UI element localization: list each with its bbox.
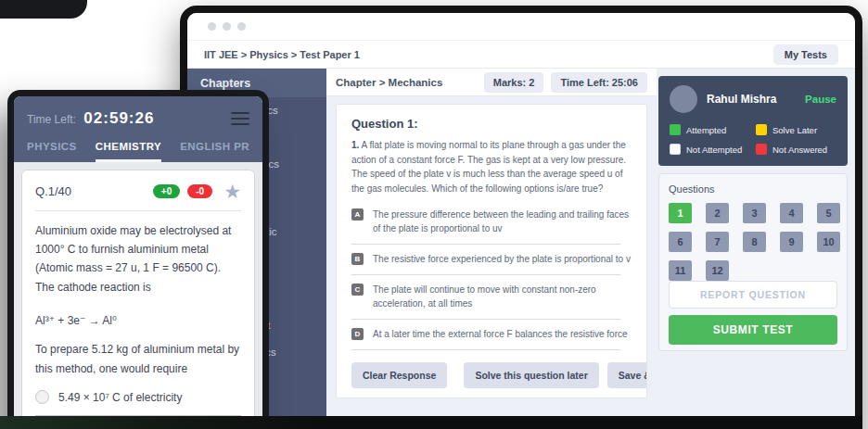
legend-label: Attempted bbox=[686, 125, 726, 135]
phone-shadow-strip bbox=[0, 416, 862, 429]
window-control-dot[interactable] bbox=[237, 22, 246, 31]
answer-option-a[interactable]: AThe pressure difference between the lea… bbox=[351, 203, 632, 235]
question-actions: Clear Response Solve this question later… bbox=[351, 353, 632, 388]
question-paragraph: Al³⁺ + 3e⁻ → Al⁰ bbox=[35, 311, 241, 330]
option-separator bbox=[351, 244, 620, 245]
legend-label: Solve Later bbox=[772, 125, 817, 135]
window-titlebar bbox=[187, 13, 855, 41]
time-left-label: Time Left: bbox=[27, 113, 76, 126]
tab-physics[interactable]: PHYSICS bbox=[27, 141, 77, 162]
phone-header: Time Left: 02:59:26 PHYSICSCHEMISTRYENGL… bbox=[14, 96, 262, 162]
option-letter: B bbox=[351, 253, 364, 265]
question-number-9[interactable]: 9 bbox=[780, 232, 803, 252]
legend-label: Not Attempted bbox=[686, 145, 742, 155]
question-column: Chapter > Mechanics Marks: 2 Time Left: … bbox=[326, 69, 657, 429]
legend-not-attempted: Not Attempted bbox=[670, 144, 750, 155]
answer-option-b[interactable]: BThe resistive force experienced by the … bbox=[351, 247, 632, 266]
question-number-12[interactable]: 12 bbox=[706, 260, 729, 281]
option-letter: A bbox=[351, 208, 364, 221]
option-separator bbox=[351, 274, 620, 275]
tab-chemistry[interactable]: CHEMISTRY bbox=[96, 141, 161, 162]
phone-answer-option-1[interactable]: 5.49 × 10⁷ C of electricity bbox=[35, 390, 241, 404]
test-content: Chapters General PhysicsMechanicsThermal… bbox=[187, 69, 855, 429]
question-number-8[interactable]: 8 bbox=[743, 232, 766, 252]
browser-window: IIT JEE > Physics > Test Paper 1 My Test… bbox=[180, 6, 862, 429]
submit-test-button[interactable]: SUBMIT TEST bbox=[669, 315, 837, 345]
question-body: A flat plate is moving normal to its pla… bbox=[351, 140, 626, 194]
pause-button[interactable]: Pause bbox=[805, 94, 836, 105]
hamburger-menu-icon[interactable] bbox=[231, 108, 249, 129]
breadcrumb[interactable]: IIT JEE > Physics > Test Paper 1 bbox=[204, 49, 360, 60]
legend-solve-later: Solve Later bbox=[756, 124, 836, 135]
time-left: Time Left: 02:59:26 bbox=[27, 109, 154, 128]
status-column: Rahul Mishra Pause AttemptedSolve LaterN… bbox=[657, 69, 855, 429]
option-text: The pressure difference between the lead… bbox=[373, 208, 632, 235]
question-number-1[interactable]: 1 bbox=[669, 203, 692, 223]
top-navbar: IIT JEE > Physics > Test Paper 1 My Test… bbox=[187, 41, 855, 69]
question-header-row: Q.1/40 +0 -0 ★ bbox=[35, 182, 241, 211]
negative-marks-badge: -0 bbox=[187, 184, 212, 198]
question-number-2[interactable]: 2 bbox=[706, 203, 729, 223]
option-text: 5.49 × 10⁷ C of electricity bbox=[58, 391, 182, 404]
question-number-5[interactable]: 5 bbox=[817, 203, 840, 223]
status-legend: AttemptedSolve LaterNot AttemptedNot Ans… bbox=[670, 124, 836, 155]
question-number-11[interactable]: 11 bbox=[669, 260, 692, 281]
marketing-composite: IIT JEE > Physics > Test Paper 1 My Test… bbox=[0, 0, 868, 429]
window-control-dot[interactable] bbox=[208, 22, 216, 31]
not-attempted-color-swatch bbox=[670, 144, 681, 155]
option-text: At a later time the external force F bal… bbox=[373, 327, 628, 341]
question-paragraph: Aluminium oxide may be electrolysed at 1… bbox=[35, 221, 241, 297]
legend-attempted: Attempted bbox=[670, 124, 750, 135]
question-number-6[interactable]: 6 bbox=[669, 232, 692, 252]
question-panel: Question 1: 1. A flat plate is moving no… bbox=[336, 104, 647, 398]
option-letter: D bbox=[351, 328, 364, 340]
option-text: The plate will continue to move with con… bbox=[373, 283, 632, 310]
clear-response-button[interactable]: Clear Response bbox=[351, 362, 447, 388]
question-topbar: Chapter > Mechanics Marks: 2 Time Left: … bbox=[326, 69, 657, 96]
save-next-button[interactable]: Save & Next bbox=[607, 362, 647, 388]
subject-tabs: PHYSICSCHEMISTRYENGLISH PROFICIENCY bbox=[27, 141, 249, 162]
report-question-button[interactable]: REPORT QUESTION bbox=[669, 281, 837, 309]
answer-options: AThe pressure difference between the lea… bbox=[351, 203, 632, 353]
question-text: 1. A flat plate is moving normal to its … bbox=[351, 138, 632, 196]
solve-later-button[interactable]: Solve this question later bbox=[464, 362, 598, 388]
question-card: Q.1/40 +0 -0 ★ Aluminium oxide may be el… bbox=[21, 170, 255, 429]
question-counter: Q.1/40 bbox=[35, 184, 146, 198]
option-letter: C bbox=[351, 284, 364, 296]
phone-question-text: Aluminium oxide may be electrolysed at 1… bbox=[35, 221, 241, 379]
option-text: The resistive force experienced by the p… bbox=[373, 252, 631, 266]
phone-time-row: Time Left: 02:59:26 bbox=[27, 108, 249, 129]
solve-later-color-swatch bbox=[756, 124, 767, 135]
phone-body: Q.1/40 +0 -0 ★ Aluminium oxide may be el… bbox=[14, 162, 262, 429]
question-number-4[interactable]: 4 bbox=[780, 203, 803, 223]
legend-not-answered: Not Answered bbox=[756, 144, 836, 155]
attempted-color-swatch bbox=[670, 124, 681, 135]
radio-button[interactable] bbox=[35, 390, 49, 404]
my-tests-button[interactable]: My Tests bbox=[773, 44, 838, 65]
avatar bbox=[670, 85, 697, 113]
chapter-breadcrumb: Chapter > Mechanics bbox=[336, 77, 477, 88]
question-title: Question 1: bbox=[351, 117, 632, 131]
positive-marks-badge: +0 bbox=[153, 184, 180, 198]
window-control-dot[interactable] bbox=[223, 22, 231, 31]
marks-chip: Marks: 2 bbox=[484, 72, 544, 93]
bookmark-star-icon[interactable]: ★ bbox=[223, 182, 241, 201]
background-window-corner bbox=[0, 0, 87, 19]
legend-label: Not Answered bbox=[772, 145, 827, 155]
question-paragraph: To prepare 5.12 kg of aluminium metal by… bbox=[35, 340, 241, 378]
question-number-3[interactable]: 3 bbox=[743, 203, 766, 223]
not-answered-color-swatch bbox=[756, 144, 767, 155]
time-left-chip: Time Left: 25:06 bbox=[551, 72, 647, 93]
user-panel: Rahul Mishra Pause AttemptedSolve LaterN… bbox=[658, 76, 848, 166]
answer-option-d[interactable]: DAt a later time the external force F ba… bbox=[351, 322, 632, 341]
option-separator bbox=[351, 319, 620, 320]
answer-option-c[interactable]: CThe plate will continue to move with co… bbox=[351, 278, 632, 310]
questions-title: Questions bbox=[669, 183, 837, 195]
tab-english-proficiency[interactable]: ENGLISH PROFICIENCY bbox=[180, 141, 249, 162]
questions-panel: Questions 123456789101112 REPORT QUESTIO… bbox=[658, 173, 848, 351]
option-separator bbox=[351, 349, 620, 350]
question-number-7[interactable]: 7 bbox=[706, 232, 729, 252]
question-number-10[interactable]: 10 bbox=[817, 232, 840, 252]
user-row: Rahul Mishra Pause bbox=[670, 85, 836, 113]
question-number: 1. bbox=[351, 140, 359, 150]
